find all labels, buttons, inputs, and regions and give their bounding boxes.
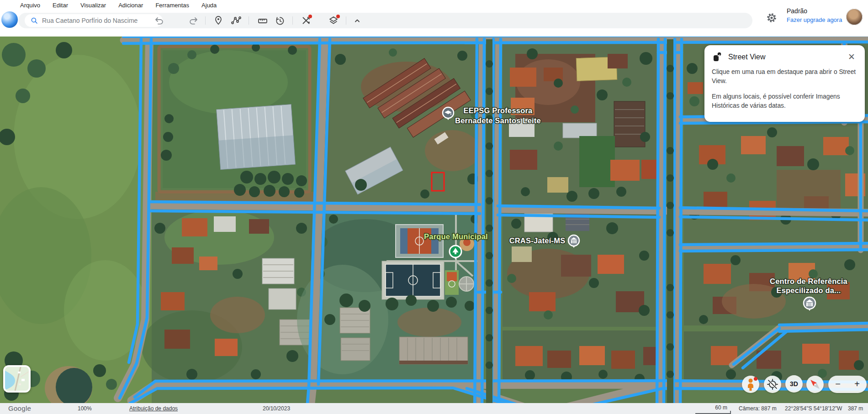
street-view-pegman-icon [712,52,723,63]
overview-minimap[interactable] [3,365,31,393]
edit-tools-badge [308,15,312,18]
placemark-pin-icon[interactable] [213,15,224,26]
compass-needle-icon [806,376,824,393]
data-attribution-link[interactable]: Atribuição de dados [129,405,178,412]
close-icon[interactable]: ✕ [847,52,857,62]
plan-label: Padrão [787,7,807,15]
menu-ferramentas[interactable]: Ferramentas [155,2,189,9]
street-view-historical-note: Em alguns locais, é possível conferir Im… [712,92,857,110]
zoom-out-button[interactable]: − [828,376,847,393]
collapse-chevron-icon[interactable] [352,15,363,26]
toolbar-separator [249,16,249,25]
label-park[interactable]: Parque Municipal [424,232,488,241]
label-centro-line2[interactable]: Especilizado da... [776,286,841,294]
layers-badge [336,15,340,18]
menu-visualizar[interactable]: Visualizar [80,2,106,9]
menu-arquivo[interactable]: Arquivo [20,2,40,9]
menu-adicionar[interactable]: Adicionar [118,2,143,9]
my-location-off-button[interactable] [764,376,781,393]
account-avatar[interactable] [846,9,863,25]
search-box[interactable] [25,14,163,27]
zoom-in-button[interactable]: + [847,376,867,393]
settings-gear-icon[interactable] [766,12,778,24]
pegman-button[interactable] [742,376,759,393]
status-bar: Google 100% Atribuição de dados 20/10/20… [0,403,868,414]
school-yard-block [155,43,323,207]
location-off-icon [764,376,781,393]
3d-view-button[interactable]: 3D [785,375,803,393]
google-earth-window: EEPSG Professora Bernadete Santos Leite … [0,0,868,414]
street-view-panel: Street View ✕ Clique em uma rua em desta… [704,45,865,122]
google-earth-logo[interactable] [1,11,18,28]
street-view-instruction: Clique em uma rua em destaque para abrir… [712,68,857,86]
toolbar [18,13,752,28]
gymnasium-hangar [217,104,296,169]
compass[interactable] [806,376,824,393]
search-icon [30,16,38,25]
label-centro-line1[interactable]: Centro de Referência [770,277,848,285]
google-wordmark: Google [8,404,31,412]
undo-icon[interactable] [153,15,164,26]
imagery-date: 20/10/2023 [263,405,290,412]
camera-altitude: Câmera: 887 m [739,405,777,412]
label-school-line2[interactable]: Bernadete Santos Leite [455,116,541,125]
scale-bar [695,411,731,414]
menu-ajuda[interactable]: Ajuda [201,2,217,9]
path-tool-icon[interactable] [231,15,242,26]
historical-imagery-icon[interactable] [275,15,286,26]
zoom-percent: 100% [78,405,92,412]
terrain-elevation: 387 m [848,405,863,412]
cursor-coordinates: 22°28'54"S 54°18'12"W [785,405,842,412]
street-view-panel-title: Street View [728,53,766,61]
toolbar-separator [292,16,293,25]
toolbar-separator [205,16,206,25]
upgrade-link[interactable]: Fazer upgrade agora [787,16,842,23]
menu-editar[interactable]: Editar [53,2,68,9]
pegman-active-badge [754,377,757,381]
scale-label: 60 m [694,404,727,411]
app-header: Arquivo Editar Visualizar Adicionar Ferr… [0,0,868,37]
menu-bar: Arquivo Editar Visualizar Adicionar Ferr… [20,0,217,10]
label-cras[interactable]: CRAS-Jateí-MS [509,236,566,245]
zoom-control: − + [828,376,867,393]
label-school-line1[interactable]: EEPSG Professora [464,106,533,115]
toolbar-separator [346,16,346,25]
minimap-graphic [5,367,29,391]
redo-icon[interactable] [188,15,199,26]
search-input[interactable] [42,17,152,24]
ruler-icon[interactable] [257,15,268,26]
